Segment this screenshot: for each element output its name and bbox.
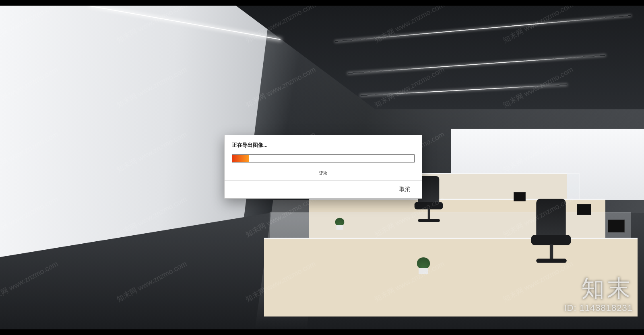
progress-percent-label: 9%: [232, 170, 415, 176]
letterbox-bottom: [0, 329, 644, 335]
brand-id-value: 1143818231: [580, 303, 633, 313]
scene-plant: [334, 216, 345, 229]
brand-logo-text: 知末: [564, 273, 633, 304]
dialog-footer: 取消: [225, 180, 422, 198]
scene-office-chair: [528, 199, 574, 266]
dialog-body: 正在导出图像... 9%: [225, 135, 422, 180]
brand-id-line: ID: 1143818231: [564, 303, 633, 313]
scene-monitor: [514, 192, 525, 201]
progress-bar-fill: [232, 155, 249, 162]
brand-id-prefix: ID:: [564, 303, 576, 313]
dialog-title: 正在导出图像...: [232, 142, 415, 149]
scene-monitor: [577, 204, 591, 215]
cancel-button[interactable]: 取消: [395, 185, 415, 193]
export-progress-dialog: 正在导出图像... 9% 取消: [224, 135, 422, 199]
scene-monitor: [608, 220, 625, 232]
brand-stamp: 知末 ID: 1143818231: [564, 273, 633, 313]
progress-bar: [232, 154, 415, 162]
letterbox-top: [0, 0, 644, 6]
scene-plant: [415, 256, 431, 274]
